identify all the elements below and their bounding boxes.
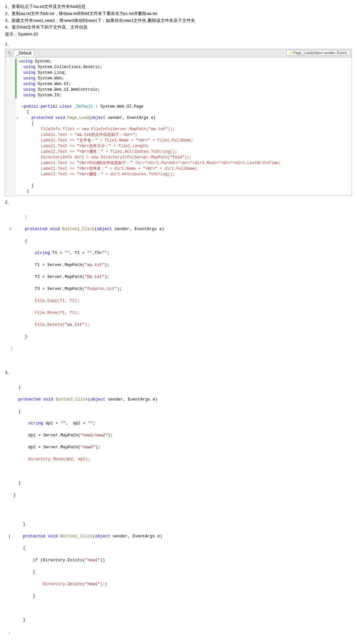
code-section-3b: } | protected void Button1_Click(object … xyxy=(5,514,352,644)
code-line: if (Directory.Exists("new1")) xyxy=(8,557,352,563)
code-line: } xyxy=(5,183,352,189)
code-line: Directory.Delete("new1");| xyxy=(8,581,352,587)
code-line: Directory.Move(dp2, dp1); xyxy=(8,456,352,462)
code-line: dp1 = Server.MapPath("new1/new2"); xyxy=(8,432,352,438)
code-line: Label1.Text += "文件名：" + file1.Name + "<b… xyxy=(5,138,352,143)
code-line: Label1.Text += "<br>属性：" + dir1.Attribut… xyxy=(5,172,352,177)
code-body-1: ⊟using System; using System.Collections.… xyxy=(5,57,352,196)
code-line: DirectoryInfo dir1 = new DirectoryInfo(S… xyxy=(5,155,352,160)
code-line: { xyxy=(5,121,352,127)
hint: 提示：System.IO xyxy=(5,31,352,38)
dropdown[interactable]: ⚡Page_Load(object sender, Event) xyxy=(286,50,350,56)
panel-header: 🔧 _Default ⚡Page_Load(object sender, Eve… xyxy=(5,49,352,57)
code-line: } xyxy=(8,617,352,623)
code-line: Label1.Text += "<br>fold的文件信息如下：" <br>"+… xyxy=(5,160,352,166)
code-line: Label1.Text += "<br>文件大小：" + file1.Lengt… xyxy=(5,143,352,149)
code-line: } xyxy=(8,480,352,486)
code-line: { xyxy=(8,238,352,244)
code-line: using System.Web.UI.WebControls; xyxy=(5,87,352,93)
code-line: { xyxy=(8,545,352,551)
section2-label: 2、 xyxy=(5,199,352,205)
code-line: Label1.Text += "<br>文件名：" + dir1.Name + … xyxy=(5,166,352,172)
code-line: ⊟public partial class _Default : System.… xyxy=(5,104,352,110)
code-line: ⊟using System; xyxy=(5,59,352,64)
code-line: } xyxy=(8,214,352,220)
code-line: File.Copy(f1, f2); xyxy=(8,298,352,304)
code-line: using System.Linq; xyxy=(5,70,352,76)
code-line xyxy=(8,605,352,611)
code-line: FileInfo file1 = new FileInfo(Server.Map… xyxy=(5,127,352,132)
code-line: ⊟ protected void Page_Load(object sender… xyxy=(5,115,352,121)
code-line: } xyxy=(8,593,352,599)
code-line xyxy=(5,177,352,183)
code-line: using System.IO; xyxy=(5,93,352,98)
instruction-line1: 1、查看站点下Aa.txt文件及文件夹fold信息 xyxy=(5,3,352,10)
code-line: string f1 = "", f2 = "",f3=""; xyxy=(8,250,352,256)
code-line: string dp1 = "", dp2 = ""; xyxy=(8,420,352,426)
tab-label[interactable]: _Default xyxy=(14,50,35,56)
instruction-line2: 2、复制aa.txt文件为bb.txt，移动aa.txt到fold文件夹下重命名… xyxy=(5,10,352,17)
code-line: File.Move(f1, f3); xyxy=(8,310,352,316)
code-line: ⊟ protected void Button1_Click(object se… xyxy=(8,226,352,232)
section1-label: 1、 xyxy=(5,41,352,47)
code-line: { xyxy=(5,110,352,115)
code-line: } xyxy=(8,334,352,340)
code-line: using System.Web.UI; xyxy=(5,81,352,87)
code-line: Label1.Text += "<br>属性：" + file1.Attribu… xyxy=(5,149,352,155)
code-panel-1: 🔧 _Default ⚡Page_Load(object sender, Eve… xyxy=(5,49,352,196)
code-line: File.Delete("aa.txt"); xyxy=(8,322,352,328)
code-line: | protected void Button1_Click(object se… xyxy=(8,533,352,539)
instructions: 1、查看站点下Aa.txt文件及文件夹fold信息 2、复制aa.txt文件为b… xyxy=(5,3,352,38)
code-line: using System.Web; xyxy=(5,76,352,81)
instruction-line3: 3、新建文件夹new1,new2；将new2移动到new1下；如果存在new1文… xyxy=(5,17,352,24)
code-line: } xyxy=(8,521,352,527)
section3-label: 3、 xyxy=(5,370,352,376)
code-line: { xyxy=(8,569,352,575)
code-line: } xyxy=(8,492,352,498)
code-line: f2 = Server.MapPath("bb.txt"); xyxy=(8,274,352,280)
code-line: f3 = Server.MapPath("fold/cc.tct"); xyxy=(8,286,352,292)
tab-icon: 🔧 xyxy=(7,51,12,55)
code-line: f1 = Server.MapPath("aa.txt"); xyxy=(8,262,352,268)
code-line: protected void Button1_Click(object send… xyxy=(8,397,352,403)
code-section-2: } ⊟ protected void Button1_Click(object … xyxy=(5,207,352,365)
code-line: { xyxy=(8,409,352,414)
code-line xyxy=(5,98,352,104)
code-line xyxy=(8,468,352,474)
code-section-3: } protected void Button1_Click(object se… xyxy=(5,377,352,511)
code-line: using System.Collections.Generic; xyxy=(5,64,352,70)
instruction-line4: 4、显示fold文件夹下的子文件及、文件信息 xyxy=(5,24,352,31)
code-line: } xyxy=(5,189,352,194)
main-container: 1、查看站点下Aa.txt文件及文件夹fold信息 2、复制aa.txt文件为b… xyxy=(0,0,357,644)
code-line: } xyxy=(8,346,352,352)
code-line: Label1.Text = "aa.txt的文件信息如下：<br>"; xyxy=(5,132,352,138)
code-line: . xyxy=(8,629,352,635)
code-line: dp2 = Server.MapPath("new2"); xyxy=(8,444,352,450)
code-line: } xyxy=(8,385,352,391)
